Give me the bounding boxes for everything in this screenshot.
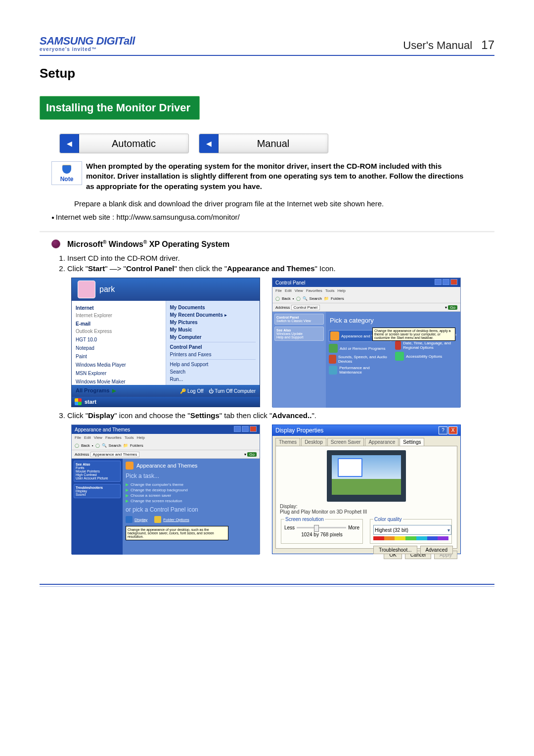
note-badge: Note (51, 161, 82, 185)
slider-less: Less (284, 525, 295, 530)
start-left-sub: Outlook Express (76, 329, 112, 334)
switch-classic: Switch to Classic View (276, 319, 311, 323)
tab-themes: Themes (275, 438, 300, 446)
step-text: Insert CD into the CD-ROM driver. (67, 254, 180, 262)
step-text: " then click the " (174, 264, 227, 273)
window-title: Control Panel (275, 280, 306, 285)
group-legend: Color quality (373, 517, 403, 522)
step-text: " tab then click " (220, 411, 272, 420)
task-item: Change the computer's theme (131, 482, 183, 487)
appearance-heading: Appearance and Themes (136, 463, 197, 469)
window-title: Appearance and Themes (75, 427, 130, 432)
address-value: Appearance and Themes (90, 452, 140, 457)
prepare-paragraph: Prepare a blank disk and download the dr… (74, 199, 494, 208)
menu-item: File (275, 288, 282, 293)
address-value: Control Panel (291, 305, 320, 310)
dialog-title: Display Properties (275, 427, 323, 434)
or-pick-icon: or pick a Control Panel icon (126, 506, 257, 513)
tab-settings: Settings (400, 438, 424, 446)
pick-a-task: Pick a task... (126, 472, 257, 479)
start-right-item: My Recent Documents (170, 312, 223, 318)
category-item: Accessibility Options (406, 354, 442, 359)
menu-item: View (94, 435, 102, 440)
start-menu-user: park (99, 285, 115, 294)
step-text: Click " (67, 264, 88, 273)
start-left-item: Internet (76, 305, 94, 311)
see-also-title: See Also (276, 329, 291, 332)
turnoff-label: Turn Off Computer (215, 388, 256, 394)
start-left-item: E-mail (76, 321, 90, 327)
tab-screensaver: Screen Saver (327, 438, 364, 446)
brand-part1: SAMSUNG (40, 35, 93, 47)
see-also-title: See Also (76, 463, 90, 466)
pick-category-heading: Pick a category (330, 317, 457, 324)
screenshot-control-panel: Control Panel File Edit View Favorites T… (272, 278, 461, 407)
step-bold: Advanced.. (272, 411, 312, 420)
start-left-item: Paint (76, 352, 162, 361)
menu-item: Favorites (306, 288, 322, 293)
advanced-button: Advanced (420, 546, 453, 554)
start-right-item: My Pictures (170, 320, 198, 325)
all-programs-label: All Programs (76, 386, 109, 395)
screenshot-appearance-themes: Appearance and Themes File Edit View Fav… (71, 425, 260, 554)
start-right-item: My Documents (170, 305, 205, 310)
step-text: " Icon. (315, 264, 336, 273)
header-right: User's Manual 17 (403, 38, 494, 52)
toolbar-back: Back (81, 443, 90, 448)
resolution-value: 1024 by 768 pixels (284, 532, 359, 537)
tab-cap-icon: ◀ (199, 134, 219, 153)
step-text: " icon and choose the " (114, 411, 190, 420)
start-right-item: My Computer (170, 334, 202, 340)
display-value: Plug and Play Monitor on 3D Prophet III (280, 509, 453, 515)
start-right-item: Search (170, 368, 256, 376)
menu-item: Edit (285, 288, 292, 293)
tooltip: Change the appearance of desktop items, … (372, 328, 455, 341)
side-pane-title: Control Panel (276, 316, 299, 319)
color-quality-select: Highest (32 bit) (373, 525, 451, 535)
step-bold: Appearance and Themes (227, 264, 315, 273)
start-right-item: Printers and Faxes (170, 351, 256, 358)
step-text: " —> " (105, 264, 126, 273)
toolbar-search: Search (310, 296, 322, 301)
step-3: Click "Display" icon and choose the "Set… (67, 411, 494, 420)
address-label: Address (75, 452, 89, 457)
start-left-item: Notepad (76, 344, 162, 352)
task-item: Choose a screen saver (131, 493, 171, 498)
page-number: 17 (475, 38, 494, 52)
screenshot-display-properties: Display Properties ?X Themes Desktop Scr… (272, 425, 461, 554)
brand-logo: SAMSUNG DIGITall everyone's invited™ (40, 35, 135, 52)
start-left-item: Windows Movie Maker (76, 378, 162, 386)
all-programs: All Programs (76, 386, 162, 395)
menu-item: Edit (84, 435, 91, 440)
start-right-item: Run... (170, 376, 256, 383)
task-item: Change the desktop background (131, 488, 188, 492)
manual-tab-button[interactable]: ◀ Manual (199, 134, 328, 153)
screen-resolution-group: Screen resolution Less More 1024 by 768 … (281, 517, 363, 544)
step-1: Insert CD into the CD-ROM driver. (67, 254, 494, 262)
monitor-preview (327, 450, 406, 502)
info-note: Change the appearance of your desktop, s… (126, 526, 228, 540)
category-item: Sounds, Speech, and Audio Devices (338, 355, 391, 364)
section-title: Setup (40, 66, 494, 81)
windows-flag-icon (75, 398, 82, 405)
automatic-tab-label: Automatic (79, 138, 188, 149)
troubleshooters-title: Troubleshooters (76, 486, 103, 489)
menu-item: View (295, 288, 303, 293)
step-bold: Display (88, 411, 114, 420)
category-item: Performance and Maintenance (339, 366, 391, 375)
start-left-item: MSN Explorer (76, 369, 162, 378)
task-item: Change the screen resolution (131, 499, 182, 503)
toolbar-folders: Folders (130, 443, 143, 448)
manual-label: User's Manual (403, 39, 472, 51)
step-bold: Settings (190, 411, 220, 420)
tab-appearance: Appearance (365, 438, 399, 446)
display-label: Display: (280, 504, 453, 509)
bullet-icon (51, 239, 60, 248)
see-also-item: Help and Support (276, 335, 303, 339)
category-item: Date, Time, Language, and Regional Optio… (403, 341, 457, 350)
display-icon-link: Display (134, 518, 147, 522)
avatar (78, 281, 95, 298)
start-left-item: HGT 10.0 (76, 335, 162, 344)
automatic-tab-button[interactable]: ◀ Automatic (59, 134, 189, 153)
note-text: When prompted by the operating system fo… (86, 161, 472, 191)
